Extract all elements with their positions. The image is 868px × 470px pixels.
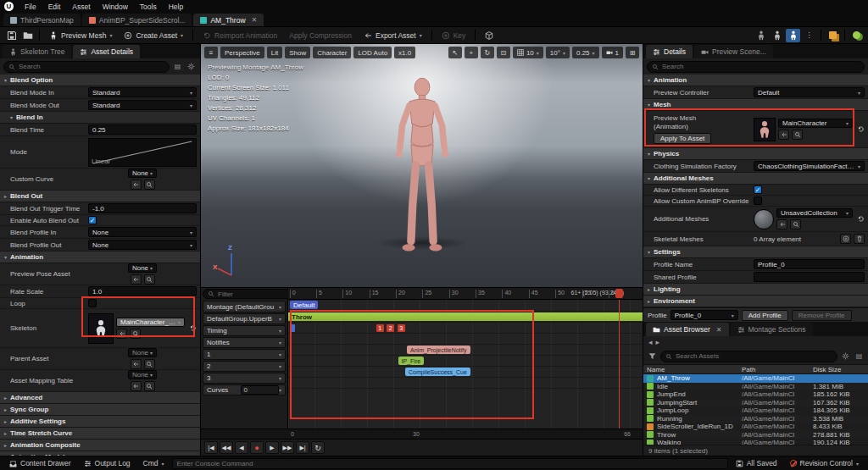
profile-name-input[interactable]: Profile_0: [754, 259, 865, 269]
view-options-icon[interactable]: ▤: [172, 63, 183, 70]
search-input[interactable]: [19, 63, 164, 70]
tab-animbp-supersidescroller[interactable]: AnimBP_SuperSideScrol...: [82, 14, 192, 26]
revision-control-button[interactable]: Revision Control: [785, 458, 864, 468]
step-forward-button[interactable]: [281, 441, 294, 454]
allow-custom-animbp-override-checkbox[interactable]: [754, 196, 762, 205]
preview-mesh-thumbnail[interactable]: [754, 118, 776, 141]
apply-compression-button[interactable]: Apply Compression: [284, 30, 357, 41]
scale-snap-button[interactable]: 0.25: [572, 47, 599, 58]
browse-to-asset-icon[interactable]: [130, 329, 141, 339]
preview-pose-asset-dropdown[interactable]: None: [128, 263, 157, 273]
asset-row-jumpingstart[interactable]: JumpingStart /All/Game/MainCl 167.362 Ki…: [643, 399, 868, 407]
category-blend-in[interactable]: Blend In: [0, 112, 200, 124]
back-icon[interactable]: ◂: [648, 338, 653, 346]
reset-to-default-icon[interactable]: [857, 125, 865, 133]
export-asset-button[interactable]: Export Asset: [359, 30, 427, 41]
tab-asset-details[interactable]: Asset Details: [73, 45, 140, 58]
track-curves[interactable]: Curves0: [203, 384, 286, 395]
section-track[interactable]: Default: [288, 300, 643, 312]
show-button[interactable]: Show: [285, 47, 310, 58]
notify-track-2[interactable]: IP_Fire: [288, 356, 643, 367]
asset-search-input[interactable]: [676, 352, 832, 360]
use-selected-asset-icon[interactable]: [131, 180, 142, 190]
go-to-end-button[interactable]: [296, 441, 309, 454]
column-path[interactable]: Path: [742, 366, 813, 373]
slot-track[interactable]: Throw: [288, 312, 643, 323]
browse-to-asset-icon[interactable]: [790, 219, 801, 229]
custom-curve-dropdown[interactable]: None: [128, 169, 157, 178]
asset-row-walking[interactable]: Walking /All/Game/MainCl 190.124 KiB: [643, 439, 868, 445]
skeletal-mesh-asset-icon[interactable]: [770, 29, 784, 42]
curves-track[interactable]: [288, 378, 643, 389]
skeleton-thumbnail[interactable]: [88, 313, 114, 344]
additional-meshes-dropdown[interactable]: UnsavedCollection: [776, 208, 853, 218]
notify-compile-success-cue[interactable]: CompileSuccess_Cue: [405, 368, 470, 376]
filter-icon[interactable]: [647, 352, 658, 360]
browse-to-asset-icon[interactable]: [144, 180, 155, 190]
rotate-tool-icon[interactable]: ↻: [481, 47, 494, 58]
browse-to-asset-icon[interactable]: [20, 29, 35, 42]
enable-auto-blend-out-checkbox[interactable]: [88, 216, 97, 224]
track-notify-3[interactable]: 3: [203, 373, 286, 384]
menu-tools[interactable]: Tools: [134, 2, 163, 12]
reset-to-default-icon[interactable]: [857, 215, 865, 223]
category-lighting[interactable]: Lighting: [643, 284, 868, 296]
camera-speed-button[interactable]: 1: [602, 47, 623, 58]
character-button[interactable]: Character: [313, 47, 351, 58]
allow-different-skeletons-checkbox[interactable]: [754, 185, 762, 194]
skeleton-dropdown[interactable]: MainCharacter_Skeleto: [116, 318, 185, 327]
blend-mode-in-dropdown[interactable]: Standard: [88, 87, 197, 97]
move-tool-icon[interactable]: +: [465, 47, 478, 58]
tab-details[interactable]: Details: [646, 45, 693, 58]
category-settings[interactable]: Settings: [643, 246, 868, 258]
scale-tool-icon[interactable]: ⊡: [497, 47, 510, 58]
asset-row-running[interactable]: Running /All/Game/MainCl 3.538 MiB: [643, 415, 868, 423]
use-selected-asset-icon[interactable]: [778, 130, 789, 140]
view-options-icon[interactable]: ▤: [854, 352, 865, 360]
notifies-header-track[interactable]: [288, 334, 643, 345]
asset-search-field[interactable]: [660, 351, 837, 362]
lod-auto-button[interactable]: LOD Auto: [353, 47, 392, 58]
rate-scale-input[interactable]: 1.0: [88, 286, 197, 296]
grid-snap-button[interactable]: 10: [513, 47, 543, 58]
add-key-button[interactable]: Key: [437, 30, 471, 41]
parent-asset-dropdown[interactable]: None: [128, 348, 157, 357]
blend-curve-widget[interactable]: Linear: [88, 138, 197, 167]
category-animation[interactable]: Animation: [0, 252, 200, 263]
playback-speed-button[interactable]: x1.0: [394, 47, 415, 58]
montage-slot-segment[interactable]: Throw: [288, 312, 643, 321]
playhead-handle[interactable]: [615, 289, 623, 298]
select-tool-icon[interactable]: ↖: [448, 47, 462, 58]
use-selected-asset-icon[interactable]: [131, 359, 142, 369]
track-notifies[interactable]: Notifies: [203, 337, 286, 348]
console-command-field[interactable]: [172, 458, 728, 469]
maximize-viewport-icon[interactable]: ⊞: [626, 47, 639, 58]
skeleton-asset-icon[interactable]: [754, 29, 768, 42]
menu-file[interactable]: File: [19, 2, 42, 12]
add-profile-button[interactable]: Add Profile: [742, 310, 788, 321]
category-additional-meshes[interactable]: Additional Meshes: [643, 173, 868, 185]
category-time-stretch-curve[interactable]: Time Stretch Curve: [0, 428, 200, 440]
cmd-dropdown[interactable]: Cmd: [138, 458, 170, 468]
apply-to-asset-button[interactable]: Apply To Asset: [654, 133, 711, 144]
category-blend-option[interactable]: Blend Option: [0, 75, 200, 86]
timing-marker-2[interactable]: 2: [387, 324, 394, 332]
loop-button[interactable]: [311, 441, 325, 454]
go-to-start-button[interactable]: [204, 441, 218, 454]
toolbar-overflow-icon[interactable]: ⋮: [802, 29, 816, 42]
browse-to-asset-icon[interactable]: [144, 274, 155, 285]
category-sync-group[interactable]: Sync Group: [0, 404, 200, 416]
physics-asset-icon[interactable]: [849, 29, 864, 42]
track-notify-2[interactable]: 2: [203, 361, 286, 372]
search-field[interactable]: [647, 61, 865, 73]
console-input[interactable]: [177, 460, 723, 467]
close-icon[interactable]: [252, 16, 258, 24]
column-disk-size[interactable]: Disk Size: [813, 366, 865, 373]
use-selected-asset-icon[interactable]: [776, 219, 787, 229]
blend-profile-in-dropdown[interactable]: None: [88, 227, 197, 237]
notify-anim-projectile[interactable]: Anim_ProjectileNotify: [407, 346, 470, 354]
preview-mesh-button[interactable]: Preview Mesh: [44, 30, 117, 41]
browse-to-asset-icon[interactable]: [144, 359, 155, 369]
timing-track[interactable]: 1 2 3: [288, 323, 643, 334]
reimport-animation-button[interactable]: Reimport Animation: [198, 30, 282, 41]
